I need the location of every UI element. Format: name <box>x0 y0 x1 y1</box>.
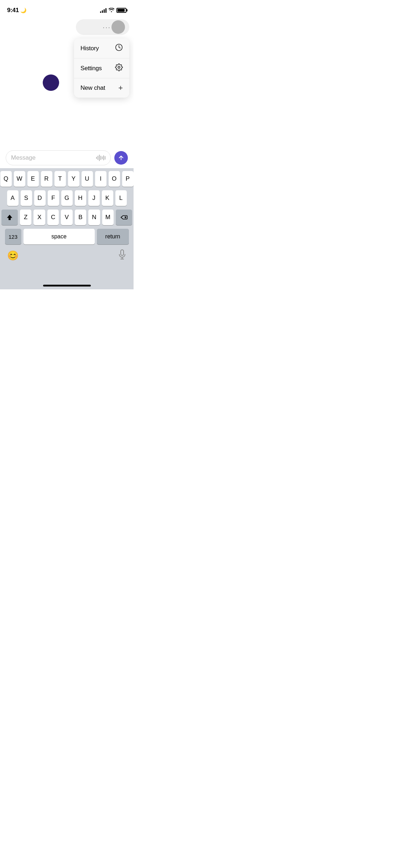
settings-label: Settings <box>80 65 102 72</box>
key-v[interactable]: V <box>61 210 72 225</box>
delete-button[interactable] <box>116 210 132 225</box>
keyboard-row-2: A S D F G H J K L <box>1 190 132 206</box>
home-indicator <box>43 285 91 286</box>
key-o[interactable]: O <box>109 171 120 187</box>
key-y[interactable]: Y <box>68 171 79 187</box>
key-i[interactable]: I <box>95 171 106 187</box>
key-l[interactable]: L <box>115 190 127 206</box>
purple-dot <box>43 74 59 91</box>
key-n[interactable]: N <box>88 210 100 225</box>
new-chat-label: New chat <box>80 84 105 92</box>
key-t[interactable]: T <box>54 171 66 187</box>
more-dots-icon: ··· <box>103 23 111 31</box>
key-j[interactable]: J <box>88 190 100 206</box>
wifi-icon <box>109 7 114 13</box>
signal-bars-icon <box>100 8 106 13</box>
key-b[interactable]: B <box>75 210 86 225</box>
plus-icon: + <box>118 83 123 93</box>
keyboard-row-3: Z X C V B N M <box>1 210 132 225</box>
microphone-button[interactable] <box>118 249 126 262</box>
avatar <box>111 20 125 34</box>
key-g[interactable]: G <box>61 190 73 206</box>
key-e[interactable]: E <box>27 171 39 187</box>
key-m[interactable]: M <box>102 210 114 225</box>
key-z[interactable]: Z <box>20 210 31 225</box>
key-p[interactable]: P <box>122 171 134 187</box>
key-h[interactable]: H <box>75 190 86 206</box>
key-u[interactable]: U <box>82 171 93 187</box>
shift-button[interactable] <box>1 210 18 225</box>
key-k[interactable]: K <box>102 190 113 206</box>
key-d[interactable]: D <box>34 190 46 206</box>
space-button[interactable]: space <box>24 229 95 244</box>
svg-rect-4 <box>121 250 124 255</box>
status-bar: 9:41 🌙 <box>0 0 134 16</box>
svg-point-1 <box>118 66 120 68</box>
dropdown-container: ··· History Settings <box>74 19 129 98</box>
numbers-button[interactable]: 123 <box>5 229 21 244</box>
avatar-trigger[interactable]: ··· <box>76 19 129 35</box>
return-button[interactable]: return <box>97 229 129 244</box>
key-c[interactable]: C <box>47 210 59 225</box>
voice-waveform-icon <box>96 154 105 161</box>
menu-item-history[interactable]: History <box>74 38 129 58</box>
battery-icon <box>116 8 126 13</box>
key-f[interactable]: F <box>48 190 59 206</box>
emoji-button[interactable]: 😊 <box>7 250 19 261</box>
key-r[interactable]: R <box>41 171 52 187</box>
send-button[interactable] <box>114 151 128 165</box>
moon-icon: 🌙 <box>20 7 26 13</box>
message-placeholder: Message <box>11 154 36 161</box>
history-icon <box>115 43 123 53</box>
keyboard-row-4: 123 space return <box>1 229 132 244</box>
menu-item-settings[interactable]: Settings <box>74 58 129 78</box>
keyboard: Q W E R T Y U I O P A S D F G H J K L <box>0 168 134 289</box>
message-input-wrapper[interactable]: Message <box>6 150 111 165</box>
key-s[interactable]: S <box>21 190 32 206</box>
input-area: Message <box>0 148 134 168</box>
dropdown-menu: History Settings <box>74 38 129 98</box>
keyboard-row-1: Q W E R T Y U I O P <box>1 171 132 187</box>
key-x[interactable]: X <box>33 210 45 225</box>
settings-gear-icon <box>115 63 123 73</box>
menu-item-new-chat[interactable]: New chat + <box>74 78 129 98</box>
history-label: History <box>80 45 99 52</box>
status-icons <box>100 7 126 13</box>
key-w[interactable]: W <box>14 171 25 187</box>
key-q[interactable]: Q <box>0 171 12 187</box>
key-a[interactable]: A <box>7 190 19 206</box>
main-content: ··· History Settings <box>0 16 134 168</box>
status-time: 9:41 <box>7 7 19 14</box>
keyboard-bottom: 😊 <box>0 248 134 268</box>
